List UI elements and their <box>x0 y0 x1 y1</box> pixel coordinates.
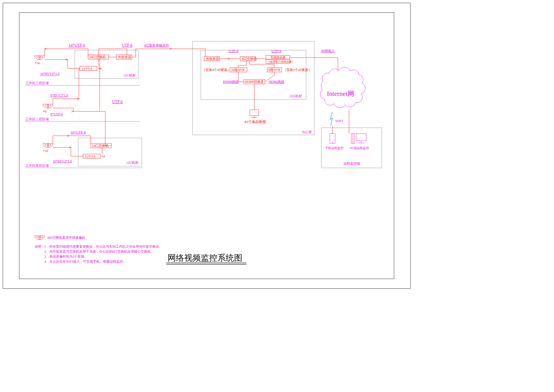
zone1-cam-count: *10 <box>43 149 48 153</box>
svg-point-9 <box>50 105 51 106</box>
legend-note-4: 4、办公区应有WIFI接入，可实现手机、电脑远程监控。 <box>44 260 126 263</box>
office-router: 无线路由器 <box>270 56 286 59</box>
camera-zone2 <box>43 104 53 108</box>
svg-point-1 <box>42 57 43 58</box>
wifi-label: WIFI <box>335 119 343 123</box>
legend-note-1: 1、所有室内线缆均需要套管敷设，办公区与车间工作区之间采用光纤架空敷设。 <box>44 245 162 248</box>
office-hdmi-r: HDMI跳线 <box>269 80 284 84</box>
office-nvr8: 8路NVR <box>268 68 280 72</box>
office-nvr32: 32路NVR <box>231 68 245 72</box>
zone1-cable1: 10*UTP-6 <box>71 130 86 134</box>
svg-rect-30 <box>250 110 259 116</box>
svg-point-13 <box>45 145 46 145</box>
zone3-switch: 24口交换机 <box>89 55 106 59</box>
svg-point-34 <box>332 142 333 143</box>
office-router-note: （采用客户原有设备） <box>267 60 295 63</box>
phone-icon <box>330 134 335 144</box>
tv-icon <box>250 110 259 117</box>
zone3-cable2: 14*RVV2*1.0 <box>40 72 59 76</box>
zone3-cam-count: *14 <box>35 61 40 65</box>
legend-notes-label: 说明： <box>35 245 45 248</box>
office-wan: 外网接入 <box>321 49 335 53</box>
zone1-cable2: 10*RVV2*1.0 <box>53 159 72 163</box>
zone3-label: 工作区三层区域 <box>25 81 49 85</box>
diagram-canvas: *14 14*UTP-6 14*RVV2*1.0 12U机柜 24口交换机 12… <box>19 13 394 279</box>
office-nvr32-note: （安装4个4T硬盘） <box>202 68 231 72</box>
svg-rect-42 <box>39 236 40 238</box>
zone1-label: 工作区首层区域 <box>25 164 49 168</box>
svg-point-0 <box>37 57 38 58</box>
svg-point-14 <box>50 145 51 145</box>
office-cabinet-label: 22U机柜 <box>289 94 302 98</box>
svg-point-15 <box>47 145 49 147</box>
legend-note-2: 2、光纤收发器与交换机采用千兆级，办公区的8口交换机采用核心交换机。 <box>44 250 154 253</box>
remote-label: 远程监控端 <box>343 162 360 165</box>
zone3-fiber: 4芯室外单模光纤 <box>144 43 169 47</box>
svg-rect-36 <box>356 134 366 141</box>
legend-note-3: 3、系统录像时间为1个星期。 <box>44 255 88 258</box>
internet-label: Internet网 <box>327 90 354 97</box>
outer-border: *14 14*UTP-6 14*RVV2*1.0 12U机柜 24口交换机 12… <box>3 3 411 289</box>
legend-camera-icon <box>35 236 45 240</box>
camera-zone1 <box>43 144 53 147</box>
svg-point-41 <box>39 238 40 239</box>
svg-point-2 <box>39 58 40 59</box>
svg-point-10 <box>47 106 49 108</box>
svg-point-40 <box>42 237 43 238</box>
zone2-cable2: 9*UTP-6 <box>50 112 63 116</box>
office-tv: 43寸液晶电视 <box>244 120 266 124</box>
zone3-cabinet-label: 12U机柜 <box>123 73 136 77</box>
wifi-bolt-icon <box>330 112 332 126</box>
legend-camera-text: 300万网络高清半球摄像机 <box>47 236 85 240</box>
pc-icon <box>351 134 366 144</box>
svg-point-8 <box>45 105 46 106</box>
office-nvr8-note: （安装1个4T硬盘） <box>283 68 312 72</box>
zone1-power-mult: *4 <box>101 155 105 158</box>
pc-label: PC端远程监控 <box>350 146 369 150</box>
phone-label: 手机远程监控 <box>325 146 343 150</box>
office-hdmi-l: HDMI跳线 <box>223 80 238 84</box>
camera-zone3 <box>35 56 45 60</box>
inner-border: *14 14*UTP-6 14*RVV2*1.0 12U机柜 24口交换机 12… <box>19 12 394 279</box>
zone2-cam-count: *9 <box>43 110 46 114</box>
zone2-label: 工作区二层区域 <box>25 117 49 121</box>
zone3-power: 12V5A <box>82 66 93 71</box>
svg-rect-16 <box>47 144 49 145</box>
office-label: 办公室 <box>302 130 312 134</box>
office-utp2: UTP-6 <box>271 49 281 53</box>
svg-point-39 <box>37 237 38 238</box>
internet-cloud <box>320 67 365 108</box>
svg-rect-11 <box>47 105 49 106</box>
diagram-title: 网络视频监控系统图 <box>168 253 242 262</box>
zone1-cabinet-label: 12U机柜 <box>126 161 138 165</box>
office-utp1: UTP-6 <box>229 49 238 53</box>
zone2-cable1: 9*RVV2*1.0 <box>50 93 68 97</box>
zone2-utp: UTP-6 <box>112 100 123 104</box>
zone3-cable1: 14*UTP-6 <box>69 43 85 47</box>
zone1-power: 12V5A <box>85 154 96 158</box>
office-trx: 光收发器 <box>206 57 219 61</box>
office-hdmi-sw: HDMI切换器 <box>245 80 264 84</box>
zone3-utp: UTP-6 <box>122 43 132 47</box>
svg-rect-3 <box>39 56 40 58</box>
zone3-trx: 光收发器 <box>118 55 131 59</box>
office-switch: 8口交换机 <box>242 57 257 61</box>
